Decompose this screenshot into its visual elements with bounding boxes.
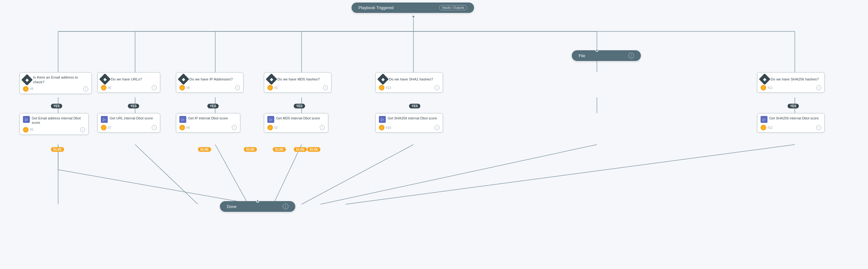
info-icon-5[interactable]: i bbox=[434, 85, 439, 90]
action-lightning-3: ⚡ bbox=[179, 125, 185, 130]
action-icon-3: ▷ bbox=[179, 116, 186, 123]
lightning-3: ⚡ bbox=[179, 85, 185, 90]
action-icon-6: ▷ bbox=[761, 116, 768, 123]
condition-title-3: Do we have IP Addresses? bbox=[189, 77, 233, 82]
action-title-5: Get SHA256 internal Dbot score bbox=[388, 116, 437, 120]
trigger-label: Playbook Triggered bbox=[359, 5, 394, 10]
info-icon-3[interactable]: i bbox=[235, 85, 240, 90]
condition-icon-5: ◆ bbox=[377, 73, 389, 85]
info-icon-4[interactable]: i bbox=[323, 85, 328, 90]
svg-line-24 bbox=[135, 145, 198, 204]
condition-title-1: Is there an Email address to check? bbox=[33, 75, 88, 85]
action-icon-2: ▷ bbox=[101, 116, 108, 123]
action-num-5: #14 bbox=[386, 126, 391, 129]
else-badge-1: ELSE bbox=[51, 147, 64, 152]
action-num-3: #9 bbox=[186, 126, 190, 129]
svg-line-25 bbox=[215, 145, 248, 204]
node-num-4: #1 bbox=[274, 86, 278, 90]
action-num-4: #2 bbox=[274, 126, 278, 129]
condition-title-2: Do we have URLs? bbox=[111, 77, 142, 82]
condition-title-4: Do we have MD5 hashes? bbox=[277, 77, 320, 82]
condition-title-6: Do we have SHA256 hashes? bbox=[771, 77, 819, 82]
file-info-icon[interactable]: i bbox=[628, 53, 634, 58]
action-lightning-2: ⚡ bbox=[101, 125, 106, 130]
action-lightning-6: ⚡ bbox=[761, 125, 766, 130]
lightning-1: ⚡ bbox=[23, 86, 29, 92]
action-info-5[interactable]: i bbox=[434, 125, 439, 130]
condition-icon-3: ◆ bbox=[178, 73, 189, 85]
inputs-outputs-label[interactable]: Inputs / Outputs bbox=[439, 5, 467, 10]
action-icon-4: ▷ bbox=[267, 116, 274, 123]
file-node[interactable]: File i bbox=[572, 50, 641, 61]
trigger-node[interactable]: Playbook Triggered Inputs / Outputs bbox=[351, 2, 474, 13]
action-num-2: #7 bbox=[108, 126, 111, 129]
action-node-email[interactable]: ▷ Get Email address internal Dbot score … bbox=[20, 113, 89, 135]
file-label: File bbox=[579, 53, 585, 58]
connector-lines bbox=[0, 0, 868, 269]
svg-line-26 bbox=[273, 145, 302, 204]
yes-badge-2: YES bbox=[128, 104, 139, 109]
action-info-2[interactable]: i bbox=[152, 125, 157, 130]
action-info-6[interactable]: i bbox=[816, 125, 821, 130]
yes-badge-1: YES bbox=[51, 104, 62, 109]
condition-node-sha256[interactable]: ◆ Do we have SHA256 hashes? ⚡ #11 i bbox=[757, 72, 825, 93]
action-node-md5[interactable]: ▷ Get MD5 internal Dbot score ⚡ #2 i bbox=[264, 113, 328, 132]
condition-node-md5[interactable]: ◆ Do we have MD5 hashes? ⚡ #1 i bbox=[264, 72, 332, 93]
lightning-2: ⚡ bbox=[101, 85, 106, 90]
lightning-6: ⚡ bbox=[761, 85, 766, 90]
svg-line-27 bbox=[302, 145, 413, 204]
else-badge-3: ELSE bbox=[244, 147, 257, 152]
svg-line-28 bbox=[320, 145, 597, 204]
action-title-1: Get Email address internal Dbot score bbox=[32, 116, 85, 125]
action-info-3[interactable]: i bbox=[232, 125, 237, 130]
action-info-4[interactable]: i bbox=[320, 125, 325, 130]
else-badge-2: ELSE bbox=[198, 147, 211, 152]
action-title-6: Get SHA256 internal Dbot score bbox=[769, 116, 819, 120]
action-title-2: Get URL internal Dbot score bbox=[110, 116, 153, 120]
condition-node-urls[interactable]: ◆ Do we have URLs? ⚡ #6 i bbox=[97, 72, 160, 93]
action-num-6: #12 bbox=[768, 126, 773, 129]
condition-icon-6: ◆ bbox=[759, 73, 771, 85]
dot-done-top bbox=[256, 200, 259, 203]
action-info-1[interactable]: i bbox=[80, 127, 85, 132]
done-info-icon[interactable]: i bbox=[283, 204, 288, 209]
lightning-4: ⚡ bbox=[267, 85, 273, 90]
info-icon-6[interactable]: i bbox=[816, 85, 821, 90]
done-node[interactable]: Done i bbox=[220, 201, 295, 212]
condition-node-sha1[interactable]: ◆ Do we have SHA1 hashes? ⚡ #13 i bbox=[375, 72, 443, 93]
info-icon-2[interactable]: i bbox=[152, 85, 157, 90]
action-num-1: #5 bbox=[30, 128, 33, 131]
lightning-5: ⚡ bbox=[379, 85, 384, 90]
condition-node-ip[interactable]: ◆ Do we have IP Addresses? ⚡ #8 i bbox=[176, 72, 244, 93]
dot-trigger-bottom bbox=[412, 15, 415, 18]
yes-badge-4: YES bbox=[294, 104, 305, 109]
svg-line-31 bbox=[58, 170, 254, 204]
action-node-ip[interactable]: ▷ Get IP internal Dbot score ⚡ #9 i bbox=[176, 113, 240, 132]
done-label: Done bbox=[227, 204, 237, 209]
action-node-sha1[interactable]: ▷ Get SHA256 internal Dbot score ⚡ #14 i bbox=[375, 113, 443, 132]
yes-badge-3: YES bbox=[207, 104, 219, 109]
action-icon-5: ▷ bbox=[379, 116, 386, 123]
action-lightning-4: ⚡ bbox=[267, 125, 273, 130]
action-lightning-1: ⚡ bbox=[23, 127, 29, 132]
else-badge-5: ELSE bbox=[294, 147, 307, 152]
node-num-5: #13 bbox=[386, 86, 391, 90]
yes-badge-5: YES bbox=[409, 104, 420, 109]
workflow-canvas: Playbook Triggered Inputs / Outputs File… bbox=[0, 0, 868, 269]
action-title-3: Get IP internal Dbot score bbox=[188, 116, 228, 120]
svg-line-29 bbox=[346, 145, 795, 204]
condition-title-5: Do we have SHA1 hashes? bbox=[389, 77, 433, 82]
else-badge-4: ELSE bbox=[273, 147, 286, 152]
condition-icon-1: ◆ bbox=[21, 74, 33, 86]
action-title-4: Get MD5 internal Dbot score bbox=[276, 116, 320, 120]
action-lightning-5: ⚡ bbox=[379, 125, 384, 130]
condition-icon-4: ◆ bbox=[266, 73, 277, 85]
condition-node-email[interactable]: ◆ Is there an Email address to check? ⚡ … bbox=[20, 72, 92, 94]
action-node-sha256[interactable]: ▷ Get SHA256 internal Dbot score ⚡ #12 i bbox=[757, 113, 825, 132]
node-num-1: #4 bbox=[30, 87, 33, 90]
node-num-2: #6 bbox=[108, 86, 111, 90]
node-num-3: #8 bbox=[186, 86, 190, 90]
node-num-6: #11 bbox=[768, 86, 773, 90]
info-icon-1[interactable]: i bbox=[83, 86, 88, 91]
action-node-url[interactable]: ▷ Get URL internal Dbot score ⚡ #7 i bbox=[97, 113, 160, 132]
